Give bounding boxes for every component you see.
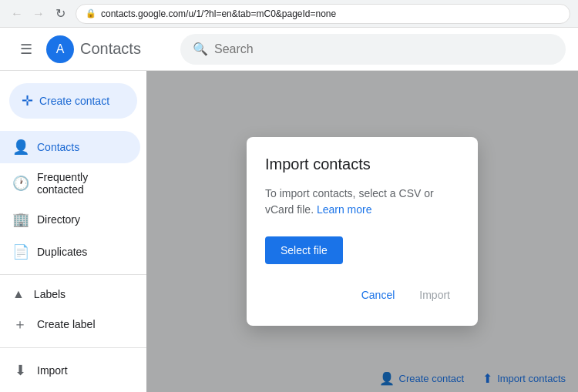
plus-icon: ✛ [22,92,33,109]
sidebar-item-duplicates-label: Duplicates [37,246,87,258]
duplicate-icon: 📄 [12,243,28,260]
browser-bar: ← → ↻ 🔒 contacts.google.com/u/1/?hl=en&t… [0,0,578,28]
app-title: Contacts [80,40,141,58]
reload-button[interactable]: ↻ [51,5,69,23]
sidebar-item-duplicates[interactable]: 📄 Duplicates [0,236,140,268]
sidebar-item-directory-label: Directory [37,213,80,226]
create-contact-button[interactable]: ✛ Create contact [9,83,137,119]
dialog-overlay: Import contacts To import contacts, sele… [146,71,578,392]
labels-label: Labels [34,288,66,300]
cancel-button[interactable]: Cancel [352,283,405,307]
sidebar-item-contacts-label: Contacts [37,141,79,153]
search-input[interactable] [214,42,553,56]
menu-button[interactable]: ☰ [12,35,40,63]
lock-icon: 🔒 [86,8,96,18]
sidebar-item-contacts[interactable]: 👤 Contacts [0,131,140,163]
create-label-text: Create label [37,318,96,330]
create-contact-label: Create contact [39,95,109,107]
person-icon: 👤 [12,139,28,156]
dialog-body: To import contacts, select a CSV or vCar… [265,186,459,218]
dialog-title: Import contacts [265,156,459,173]
main-layout: ✛ Create contact 👤 Contacts 🕐 Frequently… [0,71,578,392]
learn-more-link[interactable]: Learn more [317,203,372,216]
labels-section-header: ▲ Labels [0,281,146,307]
sidebar-item-import[interactable]: ⬇ Import [0,354,140,387]
import-contacts-dialog: Import contacts To import contacts, sele… [247,137,478,326]
back-button[interactable]: ← [8,5,26,23]
import-label: Import [37,364,68,377]
sidebar-item-frequently-contacted[interactable]: 🕐 Frequently contacted [0,163,140,203]
sidebar: ✛ Create contact 👤 Contacts 🕐 Frequently… [0,71,146,392]
sidebar-item-frequently-contacted-label: Frequently contacted [37,171,128,196]
sidebar-item-create-label[interactable]: ＋ Create label [0,307,140,341]
browser-navigation: ← → ↻ [8,5,69,23]
sidebar-item-export[interactable]: ⬆ Export [0,387,140,392]
building-icon: 🏢 [12,211,28,228]
select-file-button[interactable]: Select file [265,236,343,264]
app-header: ☰ A Contacts 🔍 [0,28,578,71]
url-text: contacts.google.com/u/1/?hl=en&tab=mC0&p… [101,8,336,19]
menu-icon: ☰ [20,41,32,58]
forward-button[interactable]: → [29,5,48,23]
address-bar[interactable]: 🔒 contacts.google.com/u/1/?hl=en&tab=mC0… [76,4,570,24]
search-bar[interactable]: 🔍 [180,34,566,65]
sidebar-item-directory[interactable]: 🏢 Directory [0,203,140,236]
import-button: Import [410,283,459,307]
dialog-actions: Cancel Import [265,283,459,307]
add-label-icon: ＋ [12,315,28,333]
search-icon: 🔍 [193,42,208,56]
content-area: Import contacts To import contacts, sele… [146,71,578,392]
sidebar-divider-1 [0,274,146,275]
import-icon: ⬇ [12,362,28,379]
clock-icon: 🕐 [12,175,28,192]
avatar: A [46,35,74,63]
labels-toggle-icon[interactable]: ▲ [12,287,25,301]
sidebar-divider-2 [0,347,146,348]
